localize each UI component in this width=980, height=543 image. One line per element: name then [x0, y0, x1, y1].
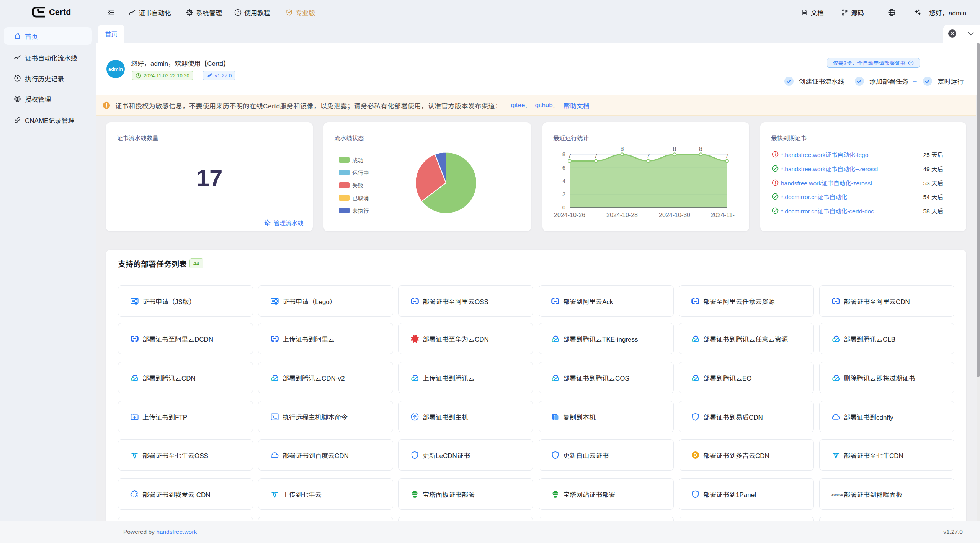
svg-text:7: 7 — [647, 153, 650, 159]
svg-text:?: ? — [237, 10, 239, 15]
svg-text:7: 7 — [568, 153, 572, 159]
svg-text:8: 8 — [621, 146, 624, 152]
svg-text:2024-11-: 2024-11- — [710, 212, 735, 218]
svg-text:7: 7 — [725, 153, 729, 159]
svg-text:6: 6 — [562, 164, 565, 171]
svg-text:2024-10-30: 2024-10-30 — [659, 212, 690, 218]
svg-text:0: 0 — [562, 204, 565, 211]
svg-text:2024-10-26: 2024-10-26 — [554, 212, 585, 218]
svg-text:?: ? — [910, 61, 912, 65]
svg-text:8: 8 — [562, 151, 565, 157]
svg-text:D: D — [694, 452, 697, 458]
svg-text:2024-10-28: 2024-10-28 — [606, 212, 638, 218]
svg-text:7: 7 — [594, 153, 598, 159]
svg-text:8: 8 — [673, 146, 676, 152]
svg-text:Synology: Synology — [831, 493, 843, 496]
svg-text:2: 2 — [562, 191, 565, 197]
svg-text:8: 8 — [699, 146, 702, 152]
svg-text:4: 4 — [562, 178, 565, 184]
